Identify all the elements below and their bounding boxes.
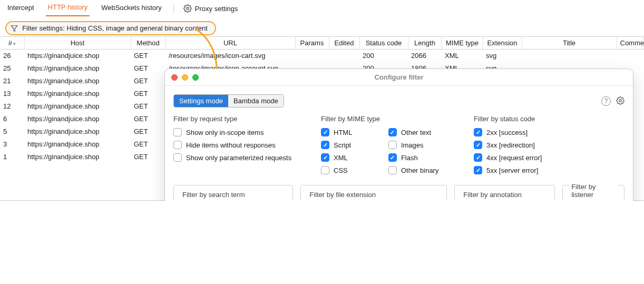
zoom-icon[interactable] [192, 74, 199, 81]
status-2xx-checkbox[interactable] [474, 128, 482, 136]
mime-script-checkbox[interactable] [321, 141, 329, 149]
filter-status-label: Filter by status code [474, 115, 542, 123]
col-url[interactable]: URL [165, 37, 295, 50]
in-scope-checkbox[interactable] [173, 128, 182, 136]
col-extension[interactable]: Extension [483, 37, 522, 50]
proxy-settings-label: Proxy settings [195, 5, 238, 13]
filter-search-label: Filter by search term [180, 191, 247, 199]
mode-segmented-control: Settings mode Bambda mode [173, 94, 284, 107]
status-5xx-checkbox[interactable] [474, 166, 482, 174]
col-host[interactable]: Host [24, 37, 131, 50]
dialog-titlebar: Configure filter [165, 69, 633, 86]
table-row[interactable]: 26https://ginandjuice.shopGET/resources/… [0, 50, 644, 62]
mime-html-checkbox[interactable] [321, 128, 329, 136]
settings-mode-tab[interactable]: Settings mode [174, 95, 228, 107]
tab-intercept[interactable]: Intercept [5, 2, 36, 16]
gear-icon [183, 4, 192, 13]
col-mime[interactable]: MIME type [442, 37, 483, 50]
filter-request-type-label: Filter by request type [173, 115, 305, 123]
configure-filter-dialog: Configure filter Settings mode Bambda mo… [164, 68, 633, 201]
parameterized-checkbox[interactable] [173, 153, 182, 162]
mime-css-checkbox[interactable] [321, 166, 329, 174]
filter-extension-label: Filter by file extension [307, 191, 378, 199]
tab-websockets-history[interactable]: WebSockets history [99, 2, 164, 16]
col-params[interactable]: Params [295, 37, 329, 50]
sort-desc-icon: ▾ [13, 41, 16, 46]
tab-separator [173, 4, 174, 13]
col-title[interactable]: Title [522, 37, 617, 50]
filter-settings-bar[interactable]: Filter settings: Hiding CSS, image and g… [5, 21, 216, 35]
help-icon[interactable]: ? [601, 96, 611, 106]
table-header-row: #▾ Host Method URL Params Edited Status … [0, 37, 644, 50]
col-length[interactable]: Length [408, 37, 442, 50]
minimize-icon[interactable] [182, 74, 188, 81]
col-edited[interactable]: Edited [329, 37, 359, 50]
mime-xml-checkbox[interactable] [321, 153, 329, 162]
gear-icon[interactable] [616, 96, 625, 105]
mime-other-text-checkbox[interactable] [388, 128, 397, 136]
dialog-title: Configure filter [199, 73, 599, 81]
filter-settings-text: Filter settings: Hiding CSS, image and g… [22, 24, 208, 32]
tab-http-history[interactable]: HTTP history [46, 1, 90, 16]
mime-other-binary-checkbox[interactable] [388, 166, 397, 174]
mime-images-checkbox[interactable] [388, 141, 397, 149]
filter-annotation-label: Filter by annotation [461, 191, 524, 199]
filter-mime-label: Filter by MIME type [321, 115, 458, 123]
funnel-icon [11, 25, 18, 32]
col-index[interactable]: #▾ [0, 37, 24, 50]
hide-no-response-checkbox[interactable] [173, 141, 182, 149]
status-4xx-checkbox[interactable] [474, 153, 482, 162]
mime-flash-checkbox[interactable] [388, 153, 397, 162]
col-comment[interactable]: Comment [617, 37, 644, 50]
tabs-bar: Intercept HTTP history WebSockets histor… [0, 0, 644, 17]
filter-listener-label: Filter by listener [569, 183, 618, 199]
status-3xx-checkbox[interactable] [474, 141, 482, 149]
close-icon[interactable] [171, 74, 178, 81]
col-status[interactable]: Status code [359, 37, 408, 50]
svg-point-1 [619, 100, 621, 102]
col-method[interactable]: Method [131, 37, 165, 50]
bambda-mode-tab[interactable]: Bambda mode [228, 95, 284, 107]
svg-point-0 [187, 7, 189, 9]
proxy-settings-link[interactable]: Proxy settings [183, 4, 238, 13]
